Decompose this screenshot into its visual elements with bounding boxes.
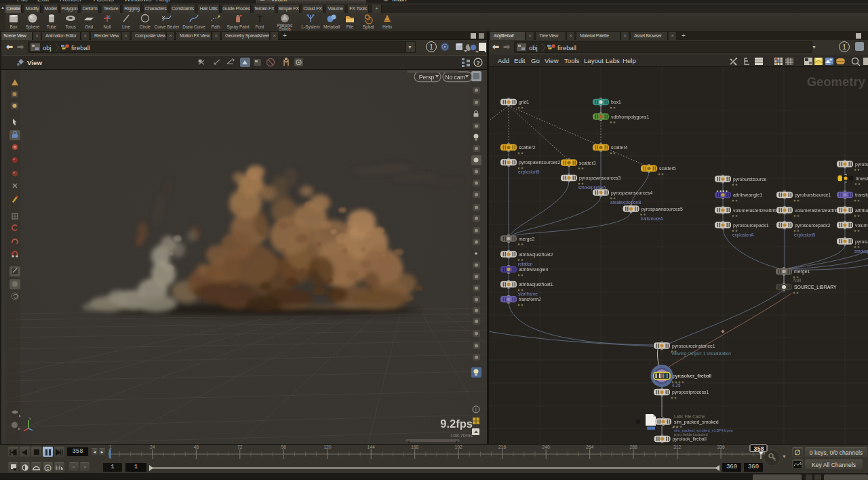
svg-text:sim_packed_smoked_v1.$F4.bgeo: sim_packed_smoked_v1.$F4.bgeo bbox=[674, 428, 733, 432]
svg-text:pyro fields included: pyro fields included bbox=[674, 432, 708, 436]
svg-text:SOURCE_LIBRARY: SOURCE_LIBRARY bbox=[794, 285, 837, 290]
svg-text:Null: Null bbox=[793, 278, 802, 283]
svg-text:Box: Box bbox=[9, 24, 18, 29]
svg-text:scatter2: scatter2 bbox=[519, 145, 536, 150]
svg-text:pyrosolver_fireball: pyrosolver_fireball bbox=[673, 373, 711, 379]
svg-text:pyroburstsource1: pyroburstsource1 bbox=[795, 192, 831, 198]
svg-text:144: 144 bbox=[368, 445, 376, 449]
svg-text:merge2: merge2 bbox=[519, 237, 535, 242]
svg-text:trailsmokeA: trailsmokeA bbox=[641, 216, 664, 221]
svg-text:T: T bbox=[257, 14, 262, 24]
svg-text:pyrosourcepack2: pyrosourcepack2 bbox=[795, 223, 831, 228]
svg-text:box1: box1 bbox=[611, 100, 621, 104]
svg-text:Spray Paint: Spray Paint bbox=[226, 24, 249, 30]
svg-text:smokeplum: smokeplum bbox=[854, 249, 868, 254]
svg-text:Solids: Solids bbox=[279, 26, 290, 31]
svg-text:No cam: No cam bbox=[445, 74, 465, 81]
svg-text:pyrospawnsources5: pyrospawnsources5 bbox=[642, 207, 683, 212]
svg-text:120: 120 bbox=[323, 445, 332, 449]
svg-text:pyroburstsource: pyroburstsource bbox=[733, 177, 767, 182]
svg-text:scatter3: scatter3 bbox=[579, 161, 596, 165]
svg-text:attribwrangle4: attribwrangle4 bbox=[519, 267, 548, 272]
svg-text:Torus: Torus bbox=[65, 24, 76, 29]
svg-text:attribadjustfloat2: attribadjustfloat2 bbox=[519, 252, 553, 258]
svg-text:312: 312 bbox=[673, 445, 682, 449]
svg-text:View: View bbox=[27, 59, 43, 66]
svg-text:pyrospawnsources2: pyrospawnsources2 bbox=[519, 160, 560, 165]
svg-text:pyropostprocess1: pyropostprocess1 bbox=[672, 390, 709, 395]
svg-text:transform2: transform2 bbox=[519, 297, 541, 302]
svg-text:Line: Line bbox=[122, 24, 131, 29]
svg-text:merge1: merge1 bbox=[794, 269, 810, 274]
svg-text:Geometry: Geometry bbox=[807, 75, 866, 89]
svg-text:fireball: fireball bbox=[557, 44, 576, 52]
svg-text:pyrosourcep: pyrosourcep bbox=[855, 239, 868, 245]
svg-text:grid1: grid1 bbox=[519, 100, 529, 105]
svg-text:c: c bbox=[47, 466, 50, 470]
svg-text:obj: obj bbox=[43, 44, 52, 52]
svg-text:Tube: Tube bbox=[47, 24, 57, 29]
svg-text:Circle: Circle bbox=[140, 24, 151, 29]
svg-text:pyroburst: pyroburst bbox=[855, 162, 868, 167]
svg-text:pyrospawnsources3: pyrospawnsources3 bbox=[579, 176, 620, 181]
svg-text:explosionB: explosionB bbox=[794, 232, 815, 238]
svg-text:L-System: L-System bbox=[302, 24, 320, 30]
svg-text:Null: Null bbox=[103, 24, 111, 29]
svg-text:volumeraster: volumeraster bbox=[855, 223, 868, 228]
svg-text:Draw Curve: Draw Curve bbox=[182, 24, 205, 29]
svg-text:rotation: rotation bbox=[518, 262, 533, 266]
svg-text:24: 24 bbox=[150, 445, 155, 449]
svg-text:sim_packed_smoked: sim_packed_smoked bbox=[674, 420, 719, 425]
svg-text:Helix: Helix bbox=[382, 24, 393, 29]
svg-text:Grid: Grid bbox=[85, 24, 94, 29]
svg-text:pyrosourceinstance1: pyrosourceinstance1 bbox=[672, 344, 715, 349]
svg-text:pyrolook_fireball: pyrolook_fireball bbox=[673, 436, 707, 442]
svg-text:Metaball: Metaball bbox=[323, 24, 340, 29]
svg-text:explosionA: explosionA bbox=[732, 232, 754, 238]
svg-text:arealexplosionB: arealexplosionB bbox=[610, 200, 641, 205]
svg-text:336: 336 bbox=[717, 445, 725, 449]
svg-text:Persp: Persp bbox=[419, 74, 435, 81]
svg-text:Spiral: Spiral bbox=[363, 24, 374, 30]
svg-text:obj: obj bbox=[529, 44, 538, 52]
svg-text:108.70ms: 108.70ms bbox=[450, 432, 473, 439]
svg-text:attribadjust: attribadjust bbox=[855, 208, 868, 214]
svg-text:i: i bbox=[475, 407, 477, 413]
svg-text:explosionB: explosionB bbox=[518, 169, 539, 175]
svg-text:192: 192 bbox=[455, 445, 463, 449]
svg-text:scatter5: scatter5 bbox=[659, 166, 676, 171]
svg-text:264: 264 bbox=[586, 445, 594, 449]
svg-text:48: 48 bbox=[194, 445, 199, 449]
svg-text:vdbfrompolygons1: vdbfrompolygons1 bbox=[611, 115, 649, 120]
svg-text:pyrospawnsources4: pyrospawnsources4 bbox=[611, 190, 652, 196]
svg-text:timeshift: timeshift bbox=[856, 176, 868, 181]
svg-text:216: 216 bbox=[498, 445, 507, 449]
svg-text:File: File bbox=[347, 24, 354, 29]
svg-text:168: 168 bbox=[411, 445, 419, 449]
svg-text:attribwrangle1: attribwrangle1 bbox=[733, 192, 762, 198]
svg-text:attribadjustfloat1: attribadjustfloat1 bbox=[519, 282, 553, 287]
svg-text:pyrosourcepack1: pyrosourcepack1 bbox=[733, 223, 769, 228]
svg-text:Path: Path bbox=[211, 24, 220, 29]
svg-text:scatter4: scatter4 bbox=[611, 145, 628, 150]
svg-text:Labs File Cache: Labs File Cache bbox=[674, 414, 705, 419]
svg-text:358: 358 bbox=[753, 446, 764, 453]
svg-text:72: 72 bbox=[237, 445, 243, 449]
svg-text:Font: Font bbox=[256, 24, 264, 29]
svg-text:Sphere: Sphere bbox=[26, 24, 40, 30]
svg-text:?: ? bbox=[476, 60, 480, 66]
svg-text:transform: transform bbox=[855, 192, 868, 197]
svg-text:4.25: 4.25 bbox=[672, 383, 681, 388]
svg-text:startframe: startframe bbox=[518, 291, 538, 296]
svg-text:288: 288 bbox=[630, 445, 638, 449]
svg-text:9.2fps: 9.2fps bbox=[440, 418, 473, 430]
svg-text:y: y bbox=[29, 416, 31, 420]
svg-text:240: 240 bbox=[542, 445, 551, 449]
svg-text:96: 96 bbox=[281, 445, 287, 449]
svg-text:1: 1 bbox=[109, 445, 112, 449]
svg-text:fireball: fireball bbox=[71, 44, 90, 52]
svg-text:Curve Bezier: Curve Bezier bbox=[155, 24, 180, 29]
svg-text:Viewing Output: 1 Visualizatio: Viewing Output: 1 Visualization bbox=[671, 351, 731, 357]
